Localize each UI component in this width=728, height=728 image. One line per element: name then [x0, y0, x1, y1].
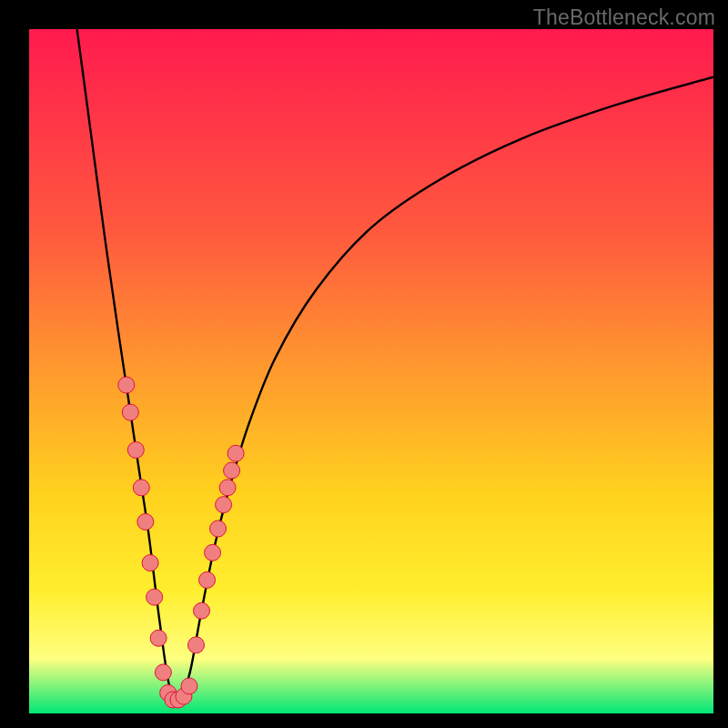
data-point: [210, 521, 227, 537]
bottleneck-curve-chart: [29, 29, 713, 713]
data-point: [219, 480, 236, 496]
data-point: [147, 589, 163, 605]
data-point: [187, 637, 204, 653]
data-point: [122, 404, 138, 420]
data-point: [142, 555, 158, 571]
data-point: [216, 497, 232, 513]
data-point: [150, 630, 167, 646]
chart-frame: TheBottleneck.com: [0, 0, 728, 728]
gradient-background: [29, 29, 713, 713]
data-point: [181, 678, 197, 694]
data-point: [118, 377, 135, 393]
data-point: [224, 462, 240, 479]
data-point: [127, 441, 144, 458]
data-point: [133, 480, 149, 496]
data-point: [205, 544, 221, 561]
data-point: [199, 571, 216, 588]
watermark-text: TheBottleneck.com: [533, 5, 715, 30]
data-point: [194, 602, 210, 619]
data-point: [155, 664, 171, 681]
data-point: [137, 513, 154, 530]
plot-area: [29, 29, 713, 713]
data-point: [228, 445, 244, 461]
